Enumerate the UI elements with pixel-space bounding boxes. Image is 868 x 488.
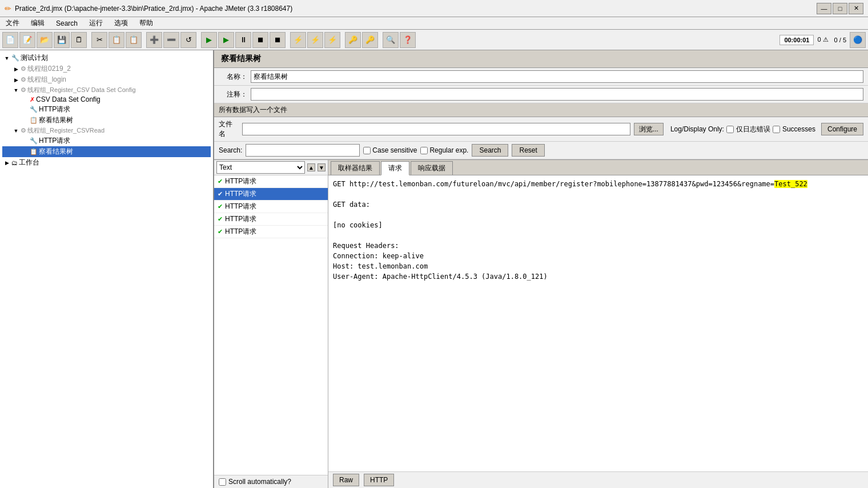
content-line2 <box>333 189 863 199</box>
regular-exp-checkbox[interactable] <box>420 147 428 154</box>
result-item-1[interactable]: ✔ HTTP请求 <box>214 175 328 188</box>
browse-button[interactable]: 浏览... <box>634 123 664 135</box>
toggle-thread2[interactable]: ▶ <box>13 77 19 83</box>
tb-new[interactable]: 📄 <box>2 32 18 48</box>
successes-checkbox[interactable] <box>773 126 780 133</box>
window-controls: — □ ✕ <box>817 3 863 14</box>
content-area: GET http://test.lemonban.com/futureloan/… <box>328 175 868 471</box>
tb-remote-stop[interactable]: ⚡ <box>307 32 323 48</box>
menu-run[interactable]: 运行 <box>86 17 106 29</box>
tree-item-thread1[interactable]: ▶ ⚙ 线程组0219_2 <box>2 63 211 74</box>
scroll-auto-checkbox[interactable] <box>219 478 226 486</box>
raw-button[interactable]: Raw <box>333 474 359 486</box>
result-item-2[interactable]: ✔ HTTP请求 <box>214 188 328 201</box>
tb-remote-shutdown[interactable]: ⚡ <box>324 32 340 48</box>
toggle-workbench[interactable]: ▶ <box>3 160 10 166</box>
result-item-4[interactable]: ✔ HTTP请求 <box>214 213 328 226</box>
tb-remote-start[interactable]: ⚡ <box>290 32 306 48</box>
case-sensitive-label: Case sensitive <box>363 146 417 154</box>
result-item-5[interactable]: ✔ HTTP请求 <box>214 226 328 238</box>
file-input[interactable] <box>242 123 630 135</box>
thread3-icon: ⚙ <box>21 86 26 94</box>
maximize-button[interactable]: □ <box>833 3 847 14</box>
workbench-label: 工作台 <box>19 158 39 167</box>
configure-button[interactable]: Configure <box>821 123 863 135</box>
toggle-thread4[interactable]: ▼ <box>13 128 19 134</box>
thread2-label: 线程组_login <box>27 75 66 85</box>
list-up-btn[interactable]: ▲ <box>307 163 315 171</box>
tb-function-helper[interactable]: 🔍 <box>383 32 399 48</box>
results-list-header: Text ▲ ▼ <box>214 160 328 175</box>
http1-icon: 🔧 <box>30 106 38 113</box>
tb-toggle[interactable]: ↺ <box>180 32 196 48</box>
tree-item-thread4[interactable]: ▼ ⚙ 线程组_Register_CSVRead <box>2 126 211 135</box>
tb-templates[interactable]: 📝 <box>19 32 35 48</box>
tree-item-thread3[interactable]: ▼ ⚙ 线程组_Register_CSV Data Set Config <box>2 85 211 95</box>
tb-status-circle[interactable]: 🔵 <box>850 32 866 48</box>
toggle-thread1[interactable]: ▶ <box>13 66 19 72</box>
list-down-btn[interactable]: ▼ <box>318 163 326 171</box>
case-sensitive-checkbox[interactable] <box>363 147 371 154</box>
menu-help[interactable]: 帮助 <box>136 17 156 29</box>
log-display-label: Log/Display Only: <box>670 125 724 133</box>
result-icon-4: ✔ <box>218 215 223 223</box>
tb-copy[interactable]: 📋 <box>108 32 124 48</box>
content-line6 <box>333 230 863 241</box>
tab-sampler-result[interactable]: 取样器结果 <box>331 161 380 175</box>
toggle-plan[interactable]: ▼ <box>3 55 10 61</box>
tb-paste[interactable]: 📋 <box>126 32 142 48</box>
tree-item-http1[interactable]: 🔧 HTTP请求 <box>2 104 211 115</box>
comment-input[interactable] <box>251 88 863 101</box>
tb-clear-all[interactable]: 🔑 <box>362 32 378 48</box>
tree-item-plan[interactable]: ▼ 🔧 测试计划 <box>2 53 211 63</box>
menu-edit[interactable]: 编辑 <box>27 17 48 29</box>
tree-item-csv[interactable]: ✗ CSV Data Set Config <box>2 95 211 104</box>
toggle-thread3[interactable]: ▼ <box>13 87 19 93</box>
app-icon: ✏ <box>5 4 11 13</box>
content-line9: Host: test.lemonban.com <box>333 261 863 271</box>
tb-collapse[interactable]: ➖ <box>163 32 179 48</box>
reset-button[interactable]: Reset <box>512 144 544 157</box>
regular-exp-label: Regular exp. <box>420 146 468 154</box>
thread2-icon: ⚙ <box>21 76 26 83</box>
file-label: 文件名 <box>219 119 239 139</box>
name-input[interactable] <box>251 70 863 83</box>
minimize-button[interactable]: — <box>817 3 831 14</box>
menu-options[interactable]: 选项 <box>111 17 131 29</box>
tree-item-workbench[interactable]: ▶ 🗂 工作台 <box>2 157 211 168</box>
result1-icon: 📋 <box>30 117 38 124</box>
results-dropdown[interactable]: Text <box>216 161 305 174</box>
tb-clear[interactable]: 🔑 <box>345 32 361 48</box>
menu-file[interactable]: 文件 <box>2 17 23 29</box>
right-panel: 察看结果树 名称： 注释： 所有数据写入一个文件 文件名 浏览... Log/D… <box>214 50 868 488</box>
errors-checkbox[interactable] <box>726 126 734 133</box>
tb-stop[interactable]: ⏹ <box>252 32 268 48</box>
tb-help[interactable]: ❓ <box>400 32 416 48</box>
tree-item-thread2[interactable]: ▶ ⚙ 线程组_login <box>2 74 211 85</box>
tb-save[interactable]: 💾 <box>54 32 70 48</box>
tb-run-nopauses[interactable]: ▶ <box>218 32 234 48</box>
http2-label: HTTP请求 <box>39 136 70 146</box>
tb-cut[interactable]: ✂ <box>91 32 107 48</box>
tree-item-result2[interactable]: 📋 察看结果树 <box>2 146 211 157</box>
tb-open[interactable]: 📂 <box>37 32 53 48</box>
tab-response[interactable]: 响应载据 <box>411 161 453 175</box>
http-button[interactable]: HTTP <box>364 474 394 486</box>
tb-saveas[interactable]: 🗒 <box>71 32 87 48</box>
result-item-3[interactable]: ✔ HTTP请求 <box>214 201 328 213</box>
error-count: 0 ⚠ <box>815 35 830 45</box>
close-button[interactable]: ✕ <box>849 3 863 14</box>
tb-pause[interactable]: ⏸ <box>235 32 251 48</box>
search-button[interactable]: Search <box>472 144 508 157</box>
tree-item-http2[interactable]: 🔧 HTTP请求 <box>2 135 211 146</box>
tb-expand[interactable]: ➕ <box>146 32 162 48</box>
search-input[interactable] <box>246 144 360 157</box>
tb-run[interactable]: ▶ <box>201 32 217 48</box>
menu-bar: 文件 编辑 Search 运行 选项 帮助 <box>0 17 868 30</box>
tree-item-result1[interactable]: 📋 察看结果树 <box>2 115 211 126</box>
content-line10: User-Agent: Apache-HttpClient/4.5.3 (Jav… <box>333 271 863 282</box>
menu-search[interactable]: Search <box>53 18 81 29</box>
title-bar: ✏ Pratice_2rd.jmx (D:\apache-jmeter-3.3\… <box>0 0 868 17</box>
tab-request[interactable]: 请求 <box>381 161 409 175</box>
tb-stop-now[interactable]: ⏹ <box>270 32 286 48</box>
